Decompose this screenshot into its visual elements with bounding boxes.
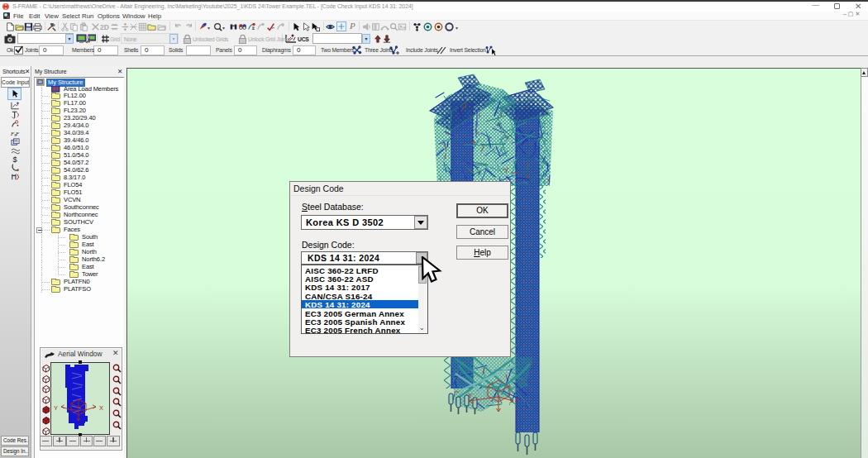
svg-text:Y: Y <box>54 404 58 412</box>
svg-text:F: F <box>15 131 20 136</box>
svg-text:Y: Y <box>468 392 473 399</box>
svg-text:$: $ <box>13 155 17 163</box>
svg-text:X: X <box>99 404 103 412</box>
svg-text:X: X <box>515 396 520 403</box>
